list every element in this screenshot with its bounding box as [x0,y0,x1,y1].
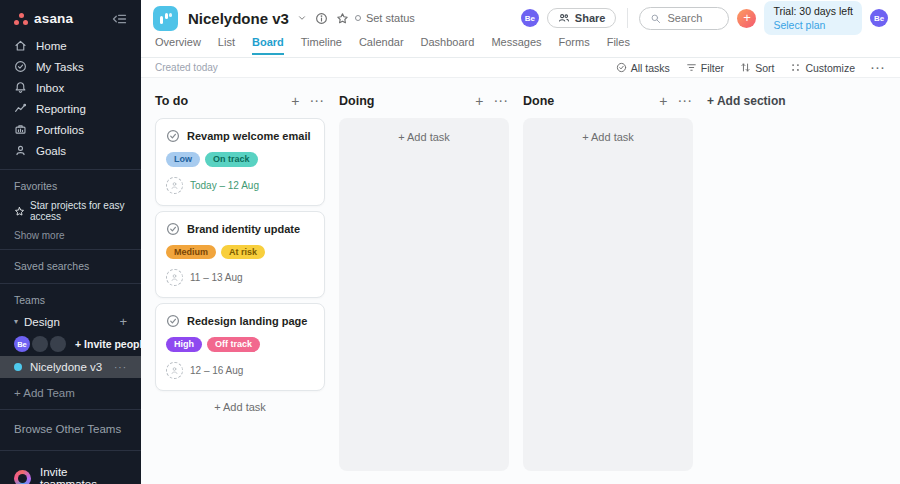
sidebar-item-home[interactable]: Home [0,35,141,56]
tab-files[interactable]: Files [607,36,630,53]
star-projects-hint-label: Star projects for easy access [30,200,127,222]
sidebar-item-project[interactable]: Nicelydone v3 ··· [0,356,141,378]
show-more-link[interactable]: Show more [0,224,141,241]
created-timestamp: Created today [155,62,218,73]
avatar-placeholder[interactable] [50,336,66,352]
task-card[interactable]: Redesign landing page High Off track 12 … [155,303,325,391]
avatar[interactable]: Be [521,9,539,27]
chevron-down-icon[interactable] [297,13,307,23]
column-more-icon[interactable]: ··· [311,96,326,107]
browse-other-teams-link[interactable]: Browse Other Teams [0,416,141,442]
tab-forms[interactable]: Forms [559,36,590,53]
avatar[interactable]: Be [14,336,30,352]
avatar[interactable]: Be [870,9,888,27]
add-task-button[interactable]: + Add task [155,391,325,423]
task-card[interactable]: Brand identity update Medium At risk 11 … [155,211,325,299]
check-circle-icon [616,62,627,73]
column-more-icon[interactable]: ··· [495,96,510,107]
sidebar-item-portfolios[interactable]: Portfolios [0,119,141,140]
tab-list[interactable]: List [218,36,235,53]
star-projects-hint: Star projects for easy access [0,195,141,224]
due-date[interactable]: 11 – 13 Aug [190,272,243,283]
sidebar-item-my-tasks[interactable]: My Tasks [0,56,141,77]
task-check-icon[interactable] [166,314,180,328]
share-button[interactable]: Share [547,8,617,28]
assignee-placeholder-icon[interactable] [166,269,183,286]
sidebar-item-reporting[interactable]: Reporting [0,98,141,119]
asana-logo[interactable]: asana [14,11,73,26]
tab-messages[interactable]: Messages [491,36,541,53]
project-more-icon[interactable]: ··· [114,362,127,373]
trial-banner[interactable]: Trial: 30 days left Select plan [764,1,862,35]
info-circle-icon[interactable] [315,12,328,25]
add-team-button[interactable]: + Add Team [0,378,141,401]
team-design-row[interactable]: ▾ Design + [0,309,141,332]
add-task-button[interactable]: + Add task [339,129,509,145]
sidebar-divider [0,283,141,284]
tab-timeline[interactable]: Timeline [301,36,342,53]
search-input[interactable] [667,12,722,24]
tab-board[interactable]: Board [252,36,284,55]
search-bar[interactable] [639,7,729,30]
sidebar-item-label: My Tasks [36,61,84,73]
customize-grid-icon [790,62,801,73]
trial-text: Trial: 30 days left [773,4,853,18]
star-icon[interactable] [336,12,349,25]
sidebar-item-inbox[interactable]: Inbox [0,77,141,98]
task-check-icon[interactable] [166,129,180,143]
assignee-placeholder-icon[interactable] [166,177,183,194]
tab-overview[interactable]: Overview [155,36,201,53]
filter-button[interactable]: Filter [686,62,724,74]
bell-icon [14,81,27,94]
priority-badge[interactable]: High [166,337,202,352]
avatar-placeholder[interactable] [32,336,48,352]
project-header: Nicelydone v3 Set status Be Share [141,0,900,36]
sidebar-item-label: Home [36,40,67,52]
sidebar-item-label: Portfolios [36,124,84,136]
due-date[interactable]: 12 – 16 Aug [190,365,243,376]
invite-people-button[interactable]: + Invite people [75,338,141,350]
add-task-icon[interactable]: + [659,94,667,108]
search-icon [650,13,661,24]
customize-button[interactable]: Customize [790,62,855,74]
create-button[interactable]: + [737,9,756,28]
empty-column-dropzone[interactable]: + Add task [523,118,693,471]
task-card[interactable]: Revamp welcome email Low On track Today … [155,118,325,206]
select-plan-link[interactable]: Select plan [773,18,853,32]
add-section-button[interactable]: + Add section [707,91,786,484]
collapse-sidebar-icon[interactable] [112,13,127,25]
priority-badge[interactable]: Low [166,152,200,167]
project-name: Nicelydone v3 [30,361,102,373]
set-status-button[interactable]: Set status [355,12,415,24]
project-icon[interactable] [153,6,178,31]
due-date[interactable]: Today – 12 Aug [190,180,259,191]
all-tasks-filter[interactable]: All tasks [616,62,670,74]
tab-calendar[interactable]: Calendar [359,36,404,53]
asana-logo-text: asana [34,11,73,26]
priority-badge[interactable]: Medium [166,245,216,260]
add-project-icon[interactable]: + [119,314,127,329]
set-status-label: Set status [366,12,415,24]
check-circle-icon [14,60,27,73]
divider [627,8,628,28]
assignee-placeholder-icon[interactable] [166,362,183,379]
column-more-icon[interactable]: ··· [679,96,694,107]
saved-searches-header[interactable]: Saved searches [0,256,141,275]
asana-app: asana Home My Tasks Inbox Reporting Port… [0,0,900,484]
sidebar-item-goals[interactable]: Goals [0,140,141,161]
sort-button[interactable]: Sort [740,62,774,74]
status-badge[interactable]: On track [205,152,258,167]
invite-teammates-button[interactable]: Invite teammates [0,457,141,484]
sidebar-divider [0,409,141,410]
tab-dashboard[interactable]: Dashboard [421,36,475,53]
status-badge[interactable]: Off track [207,337,260,352]
add-task-icon[interactable]: + [475,94,483,108]
add-task-icon[interactable]: + [291,94,299,108]
empty-column-dropzone[interactable]: + Add task [339,118,509,471]
more-options-icon[interactable]: ··· [871,62,886,74]
status-badge[interactable]: At risk [221,245,265,260]
column-header: To do + ··· [155,91,325,111]
add-task-button[interactable]: + Add task [523,129,693,145]
task-check-icon[interactable] [166,222,180,236]
share-label: Share [575,12,606,24]
